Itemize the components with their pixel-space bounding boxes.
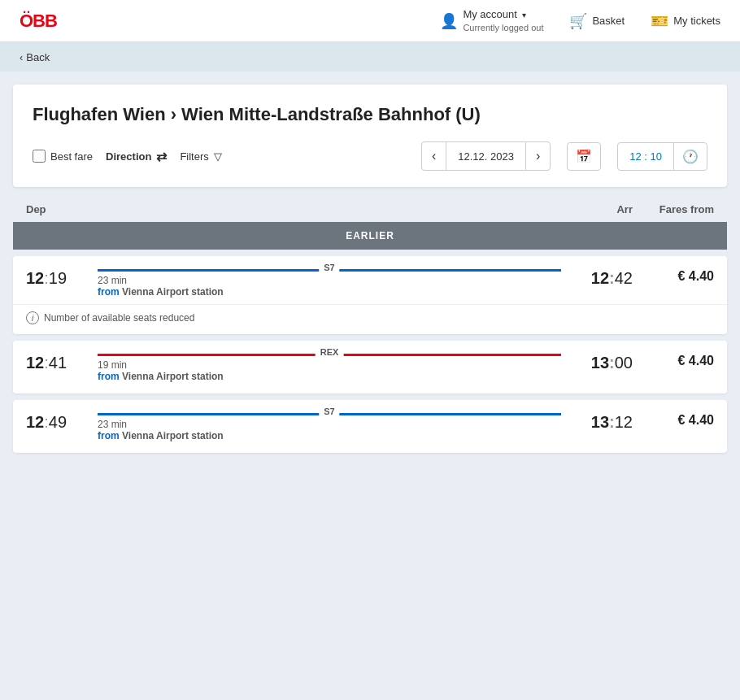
journey-row: 12:49 S7 23 min from Vienna Airport stat… — [13, 400, 727, 441]
journey-row: 12:41 REX 19 min from Vienna Airport sta… — [13, 341, 727, 382]
direction-label: Direction — [106, 150, 151, 163]
journey-detail: 23 min from Vienna Airport station — [98, 275, 561, 298]
fare-col: € 4.40 — [633, 354, 714, 368]
basket-label: Basket — [592, 15, 625, 27]
best-fare-control: Best fare — [33, 150, 93, 163]
dep-time: 12:41 — [26, 354, 91, 372]
journey-card[interactable]: 12:49 S7 23 min from Vienna Airport stat… — [13, 400, 727, 453]
info-icon: i — [26, 311, 39, 324]
header-arr: Arr — [568, 203, 633, 215]
arr-time-display: 13:00 — [591, 354, 633, 372]
back-chevron: ‹ — [20, 51, 23, 63]
route-title: Flughafen Wien › Wien Mitte-Landstraße B… — [33, 104, 707, 125]
warning-text: Number of available seats reduced — [44, 312, 194, 324]
fare-price: € 4.40 — [678, 354, 714, 367]
controls-row: Best fare Direction ⇄ Filters ▽ ‹ 12.12.… — [33, 141, 707, 171]
account-chevron: ▾ — [522, 11, 526, 20]
journey-middle: S7 23 min from Vienna Airport station — [91, 413, 568, 441]
journey-spacer — [13, 382, 727, 393]
back-bar: ‹ Back — [0, 42, 740, 72]
time-picker-button[interactable]: 🕐 — [673, 143, 707, 170]
account-sublabel: Currently logged out — [463, 22, 543, 33]
train-label: REX — [316, 347, 344, 357]
journey-detail: 23 min from Vienna Airport station — [98, 419, 561, 441]
filters-label: Filters — [180, 150, 208, 163]
results-header: Dep Arr Fares from — [13, 197, 727, 222]
back-label: Back — [26, 51, 50, 63]
obb-logo: ÖBB — [20, 11, 57, 32]
direction-button[interactable]: Direction ⇄ — [106, 149, 167, 164]
calendar-button[interactable]: 📅 — [567, 142, 601, 171]
ticket-icon: 🎫 — [651, 12, 668, 30]
journey-spacer — [13, 441, 727, 453]
account-text: My account ▾ Currently logged out — [463, 8, 543, 33]
journey-card[interactable]: 12:19 S7 23 min from Vienna Airport stat… — [13, 256, 727, 334]
time-display: 12 : 10 — [618, 144, 673, 169]
date-next-button[interactable]: › — [525, 142, 550, 170]
train-line-wrap: S7 — [98, 269, 561, 272]
best-fare-label: Best fare — [50, 150, 93, 163]
date-display: 12.12. 2023 — [446, 144, 525, 169]
header-dep: Dep — [26, 203, 91, 215]
filters-button[interactable]: Filters ▽ — [180, 150, 221, 163]
earlier-bar: EARLIER — [13, 222, 727, 250]
arr-time: 13:00 — [568, 354, 633, 372]
direction-icon: ⇄ — [156, 149, 167, 164]
my-tickets-nav-item[interactable]: 🎫 My tickets — [651, 12, 720, 30]
date-nav: ‹ 12.12. 2023 › — [421, 141, 551, 171]
earlier-label: EARLIER — [346, 230, 394, 241]
journey-middle: REX 19 min from Vienna Airport station — [91, 354, 568, 382]
account-label: My account ▾ — [463, 8, 543, 22]
journey-detail: 19 min from Vienna Airport station — [98, 359, 561, 382]
from-station: Vienna Airport station — [122, 286, 224, 298]
train-line-wrap: S7 — [98, 413, 561, 415]
arr-time-display: 13:12 — [591, 413, 633, 431]
calendar-icon: 📅 — [576, 150, 592, 163]
dep-time-display: 12:41 — [26, 354, 67, 372]
date-prev-button[interactable]: ‹ — [422, 142, 446, 170]
results-section: Dep Arr Fares from EARLIER 12:19 S7 23 m… — [13, 197, 727, 453]
from-station: Vienna Airport station — [122, 430, 224, 441]
journey-row: 12:19 S7 23 min from Vienna Airport stat… — [13, 256, 727, 298]
back-button[interactable]: ‹ Back — [20, 51, 50, 63]
account-icon: 👤 — [440, 12, 458, 30]
fare-price: € 4.40 — [678, 413, 714, 427]
fare-col: € 4.40 — [633, 413, 714, 428]
my-tickets-label: My tickets — [673, 15, 720, 27]
basket-nav-item[interactable]: 🛒 Basket — [569, 12, 625, 30]
train-line-wrap: REX — [98, 354, 561, 356]
header-fares: Fares from — [633, 203, 714, 215]
journey-card[interactable]: 12:41 REX 19 min from Vienna Airport sta… — [13, 341, 727, 393]
logo-area: ÖBB — [20, 11, 57, 32]
basket-icon: 🛒 — [569, 12, 587, 30]
from-label: from — [98, 430, 120, 441]
fare-col: € 4.40 — [633, 269, 714, 284]
fare-price: € 4.40 — [678, 269, 714, 283]
filter-icon: ▽ — [214, 150, 222, 163]
journey-middle: S7 23 min from Vienna Airport station — [91, 269, 568, 298]
from-station: Vienna Airport station — [122, 371, 224, 382]
clock-icon: 🕐 — [682, 150, 699, 163]
search-card: Flughafen Wien › Wien Mitte-Landstraße B… — [13, 85, 727, 187]
dep-time: 12:49 — [26, 413, 91, 432]
train-label: S7 — [319, 407, 339, 416]
arr-time: 13:12 — [568, 413, 633, 432]
from-label: from — [98, 286, 120, 298]
best-fare-checkbox[interactable] — [33, 150, 46, 163]
time-input-wrap: 12 : 10 🕐 — [617, 142, 707, 171]
header-route — [91, 203, 568, 215]
arr-time-display: 12:42 — [591, 269, 633, 287]
dep-time-display: 12:49 — [26, 413, 67, 431]
train-label: S7 — [319, 263, 339, 272]
header-nav: 👤 My account ▾ Currently logged out 🛒 Ba… — [440, 8, 720, 33]
dep-time: 12:19 — [26, 269, 91, 288]
from-label: from — [98, 371, 120, 382]
seats-warning: i Number of available seats reduced — [13, 304, 727, 334]
header: ÖBB 👤 My account ▾ Currently logged out … — [0, 0, 740, 42]
arr-time: 12:42 — [568, 269, 633, 288]
account-nav-item[interactable]: 👤 My account ▾ Currently logged out — [440, 8, 543, 33]
dep-time-display: 12:19 — [26, 269, 67, 287]
